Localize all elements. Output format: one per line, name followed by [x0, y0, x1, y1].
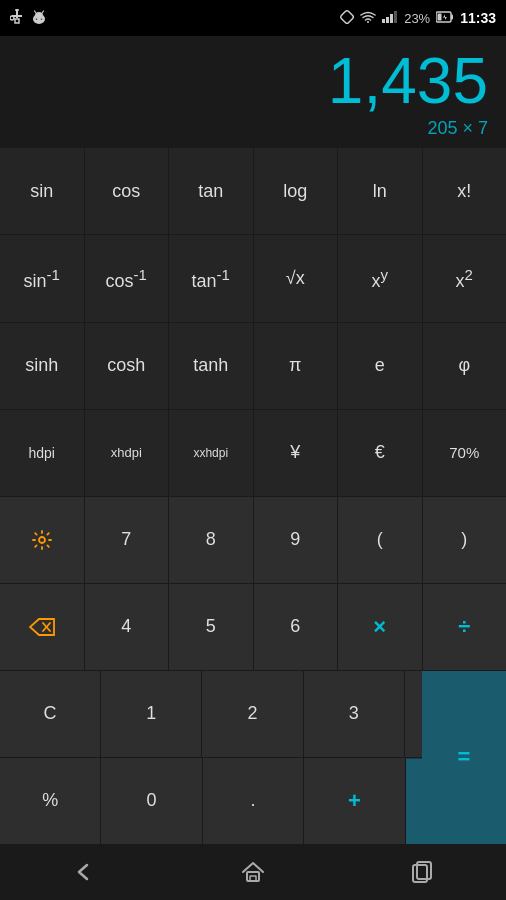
arcsin-btn[interactable]: sin-1 — [0, 235, 85, 321]
phi-btn[interactable]: φ — [423, 323, 507, 409]
hdpi-btn[interactable]: hdpi — [0, 410, 85, 496]
e-btn[interactable]: e — [338, 323, 423, 409]
7-btn[interactable]: 7 — [85, 497, 170, 583]
recent-button[interactable] — [392, 852, 452, 892]
svg-point-10 — [35, 12, 43, 19]
2-btn[interactable]: 2 — [202, 671, 303, 757]
sub-expression: 205 × 7 — [427, 118, 488, 139]
row-hyp: sinh cosh tanh π e φ — [0, 322, 506, 409]
home-button[interactable] — [223, 852, 283, 892]
row-trig1: sin cos tan log ln x! — [0, 147, 506, 234]
settings-btn[interactable] — [0, 497, 85, 583]
signal-icon — [382, 10, 398, 26]
pi-btn[interactable]: π — [254, 323, 339, 409]
button-grid: sin cos tan log ln x! sin-1 cos-1 tan-1 … — [0, 147, 506, 844]
svg-rect-13 — [382, 19, 385, 23]
row-789: 7 8 9 ( ) — [0, 496, 506, 583]
factorial-btn[interactable]: x! — [423, 148, 507, 234]
svg-rect-18 — [438, 13, 442, 20]
svg-rect-15 — [390, 14, 393, 23]
equals-btn[interactable]: = — [422, 671, 506, 843]
svg-rect-3 — [15, 19, 19, 23]
android-icon — [32, 10, 46, 27]
0-btn[interactable]: 0 — [101, 758, 202, 844]
rparen-btn[interactable]: ) — [423, 497, 507, 583]
pct70-btn[interactable]: 70% — [423, 410, 507, 496]
battery-pct: 23% — [404, 11, 430, 26]
divide-btn[interactable]: ÷ — [423, 584, 507, 670]
6-btn[interactable]: 6 — [254, 584, 339, 670]
usb-icon — [10, 9, 24, 28]
sin-btn[interactable]: sin — [0, 148, 85, 234]
svg-point-2 — [10, 16, 14, 20]
sinh-btn[interactable]: sinh — [0, 323, 85, 409]
multiply-btn[interactable]: × — [338, 584, 423, 670]
nav-bar — [0, 844, 506, 900]
5-btn[interactable]: 5 — [169, 584, 254, 670]
main-result: 1,435 — [328, 46, 488, 116]
svg-rect-19 — [451, 14, 453, 19]
1-btn[interactable]: 1 — [101, 671, 202, 757]
log-btn[interactable]: log — [254, 148, 339, 234]
orientation-icon — [340, 10, 354, 27]
svg-rect-24 — [250, 876, 256, 881]
4-btn[interactable]: 4 — [85, 584, 170, 670]
time-display: 11:33 — [460, 10, 496, 26]
row-123: C 1 2 3 − = — [0, 670, 506, 757]
arccos-btn[interactable]: cos-1 — [85, 235, 170, 321]
back-button[interactable] — [54, 852, 114, 892]
percent-btn[interactable]: % — [0, 758, 101, 844]
calculator-display: 1,435 205 × 7 — [0, 36, 506, 147]
row-trig2: sin-1 cos-1 tan-1 √x xy x2 — [0, 234, 506, 321]
status-bar: 23% 11:33 — [0, 0, 506, 36]
8-btn[interactable]: 8 — [169, 497, 254, 583]
yen-btn[interactable]: ¥ — [254, 410, 339, 496]
euro-btn[interactable]: € — [338, 410, 423, 496]
ln-btn[interactable]: ln — [338, 148, 423, 234]
cosh-btn[interactable]: cosh — [85, 323, 170, 409]
battery-icon — [436, 11, 454, 26]
wifi-icon — [360, 10, 376, 26]
backspace-btn[interactable] — [0, 584, 85, 670]
svg-rect-14 — [386, 17, 389, 23]
svg-rect-11 — [340, 10, 354, 24]
tanh-btn[interactable]: tanh — [169, 323, 254, 409]
xhdpi-btn[interactable]: xhdpi — [85, 410, 170, 496]
3-btn[interactable]: 3 — [304, 671, 405, 757]
svg-point-20 — [39, 537, 45, 543]
xsq-btn[interactable]: x2 — [423, 235, 507, 321]
status-right-icons: 23% 11:33 — [340, 10, 496, 27]
svg-point-12 — [367, 21, 369, 23]
9-btn[interactable]: 9 — [254, 497, 339, 583]
lparen-btn[interactable]: ( — [338, 497, 423, 583]
cos-btn[interactable]: cos — [85, 148, 170, 234]
row-456: 4 5 6 × ÷ — [0, 583, 506, 670]
xpow-btn[interactable]: xy — [338, 235, 423, 321]
xxhdpi-btn[interactable]: xxhdpi — [169, 410, 254, 496]
svg-line-8 — [35, 11, 37, 13]
svg-line-9 — [42, 11, 44, 13]
sqrt-btn[interactable]: √x — [254, 235, 339, 321]
svg-rect-16 — [394, 11, 397, 23]
dot-btn[interactable]: . — [203, 758, 304, 844]
arctan-btn[interactable]: tan-1 — [169, 235, 254, 321]
clear-btn[interactable]: C — [0, 671, 101, 757]
plus-btn[interactable]: + — [304, 758, 405, 844]
row-dpi: hdpi xhdpi xxhdpi ¥ € 70% — [0, 409, 506, 496]
status-left-icons — [10, 9, 46, 28]
svg-rect-4 — [15, 9, 19, 11]
tan-btn[interactable]: tan — [169, 148, 254, 234]
